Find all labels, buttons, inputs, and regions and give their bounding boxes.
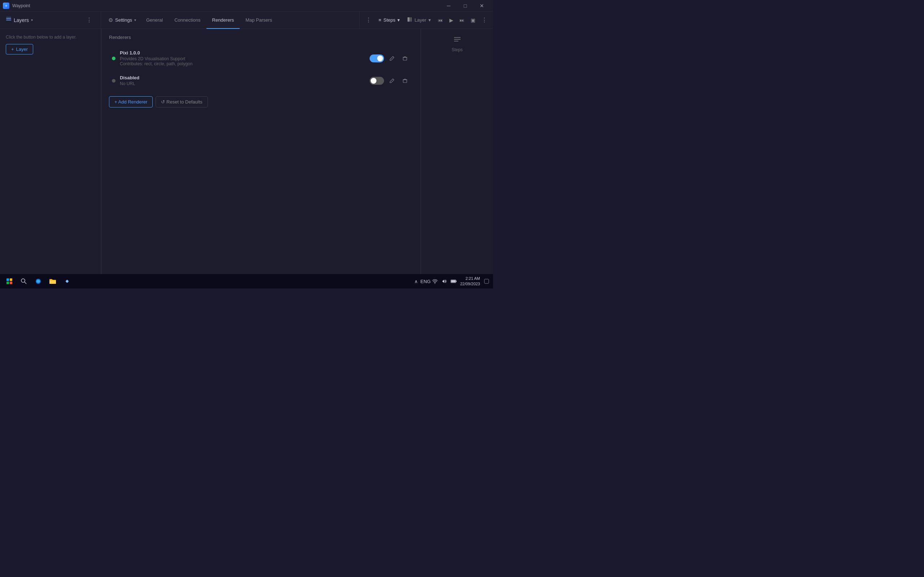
svg-rect-1 <box>6 18 11 19</box>
layers-icon <box>6 16 11 24</box>
renderer-name: Disabled <box>120 75 365 81</box>
taskbar-left <box>3 275 74 288</box>
right-steps-label: Steps <box>452 47 463 52</box>
steps-chevron-icon: ▾ <box>397 17 400 23</box>
svg-rect-13 <box>6 279 9 281</box>
waypoint-taskbar-button[interactable] <box>61 275 74 288</box>
transport-more-button[interactable]: ⋮ <box>478 15 490 25</box>
layout-button[interactable]: ▣ <box>468 15 478 25</box>
renderer-desc: Provides 2D Visualisation Support Contri… <box>120 56 365 66</box>
svg-rect-4 <box>407 17 410 22</box>
layers-chevron-icon: ▾ <box>31 18 33 22</box>
steps-label: Steps <box>383 17 395 23</box>
renderer-info: Disabled No URL <box>120 75 365 86</box>
close-button[interactable]: ✕ <box>473 0 490 11</box>
maximize-button[interactable]: □ <box>457 0 473 11</box>
renderer-list: Pixi 1.0.0 Provides 2D Visualisation Sup… <box>109 46 413 90</box>
tab-connections[interactable]: Connections <box>168 11 206 29</box>
steps-button[interactable]: ≡ Steps ▾ <box>376 16 403 24</box>
skip-back-button[interactable]: ⏮ <box>435 15 446 25</box>
title-bar: Waypoint ─ □ ✕ <box>0 0 493 11</box>
tab-general[interactable]: General <box>141 11 168 29</box>
tab-map-parsers[interactable]: Map Parsers <box>240 11 278 29</box>
settings-button[interactable]: ⚙ Settings ▾ <box>104 11 141 29</box>
skip-forward-button[interactable]: ⏭ <box>457 15 467 25</box>
window-controls: ─ □ ✕ <box>440 0 490 11</box>
top-toolbar: Layers ▾ ⋮ ⚙ Settings ▾ General Connecti… <box>0 11 493 29</box>
layer-select-chevron-icon: ▾ <box>428 17 431 23</box>
battery-icon <box>450 278 457 285</box>
left-resize-handle[interactable] <box>101 29 102 274</box>
renderer-dot-active <box>112 56 115 60</box>
tabs-container: General Connections Renderers Map Parser… <box>141 11 278 29</box>
right-resize-handle[interactable] <box>420 29 421 274</box>
renderer-toggle-disabled[interactable] <box>370 77 384 85</box>
svg-rect-23 <box>451 280 456 282</box>
renderer-contributes: Contributes: rect, circle, path, polygon <box>120 61 192 66</box>
tab-renderers[interactable]: Renderers <box>207 11 240 29</box>
renderer-delete-button[interactable] <box>400 53 410 63</box>
taskbar-right: ∧ ENG <box>412 276 490 287</box>
title-bar-left: Waypoint <box>3 3 30 9</box>
sidebar-header: Layers ▾ ⋮ <box>0 11 101 29</box>
renderer-toggle[interactable] <box>370 55 384 62</box>
svg-line-18 <box>24 282 26 284</box>
renderer-desc: No URL <box>120 81 365 86</box>
lang-label[interactable]: ENG <box>422 278 429 285</box>
time-display: 2:21 AM <box>460 276 480 281</box>
renderer-delete-button[interactable] <box>400 76 410 86</box>
taskbar: ∧ ENG <box>0 274 493 288</box>
taskbar-time: 2:21 AM 22/09/2023 <box>460 276 480 287</box>
settings-label: Settings <box>115 17 132 23</box>
content-area: Click the button below to add a layer. +… <box>0 29 493 274</box>
renderer-actions <box>370 76 410 86</box>
svg-point-20 <box>66 280 68 282</box>
steps-icon: ≡ <box>379 17 381 23</box>
svg-rect-6 <box>403 57 407 60</box>
browser-button[interactable] <box>32 275 45 288</box>
layers-button[interactable]: Layers ▾ <box>6 16 33 24</box>
renderer-edit-button[interactable] <box>387 53 397 63</box>
play-button[interactable]: ▶ <box>446 15 456 25</box>
renderer-item: Pixi 1.0.0 Provides 2D Visualisation Sup… <box>109 46 413 71</box>
date-display: 22/09/2023 <box>460 281 480 287</box>
chevron-up-icon[interactable]: ∧ <box>412 278 420 285</box>
sidebar-more-button[interactable]: ⋮ <box>83 15 95 25</box>
renderer-edit-button[interactable] <box>387 76 397 86</box>
renderer-item: Disabled No URL <box>109 71 413 90</box>
right-more-button[interactable]: ⋮ <box>363 15 374 25</box>
settings-area: ⚙ Settings ▾ General Connections Rendere… <box>101 11 360 29</box>
search-button[interactable] <box>17 275 30 288</box>
left-sidebar: Click the button below to add a layer. +… <box>0 29 101 274</box>
reset-defaults-button[interactable]: ↺ Reset to Defaults <box>155 96 208 108</box>
renderer-description: Provides 2D Visualisation Support <box>120 56 185 61</box>
sidebar-hint: Click the button below to add a layer. <box>6 35 95 40</box>
action-buttons: + Add Renderer ↺ Reset to Defaults <box>109 96 413 108</box>
settings-content: Renderers Pixi 1.0.0 Provides 2D Visuali… <box>102 29 420 274</box>
sound-icon[interactable] <box>441 278 448 285</box>
taskbar-system-icons: ∧ ENG <box>412 278 457 285</box>
layer-select-button[interactable]: Layer ▾ <box>404 16 434 24</box>
renderer-dot-inactive <box>112 79 115 82</box>
app-icon <box>3 3 10 9</box>
svg-point-21 <box>435 283 435 284</box>
add-layer-plus-icon: + <box>11 47 14 52</box>
app-body: Layers ▾ ⋮ ⚙ Settings ▾ General Connecti… <box>0 11 493 274</box>
svg-rect-8 <box>403 80 407 82</box>
svg-rect-5 <box>410 17 412 22</box>
svg-rect-14 <box>10 279 12 281</box>
svg-rect-16 <box>10 282 12 284</box>
notification-icon[interactable] <box>483 278 490 285</box>
minimize-button[interactable]: ─ <box>440 0 457 11</box>
folder-button[interactable] <box>46 275 59 288</box>
svg-point-0 <box>5 5 7 6</box>
svg-rect-24 <box>456 280 457 282</box>
svg-rect-25 <box>485 279 489 284</box>
renderer-name: Pixi 1.0.0 <box>120 50 365 56</box>
svg-rect-3 <box>6 17 11 18</box>
settings-chevron-icon: ▾ <box>134 18 136 22</box>
add-renderer-button[interactable]: + Add Renderer <box>109 96 153 108</box>
add-layer-button[interactable]: + Layer <box>6 44 33 55</box>
start-button[interactable] <box>3 275 16 288</box>
settings-gear-icon: ⚙ <box>108 17 113 23</box>
